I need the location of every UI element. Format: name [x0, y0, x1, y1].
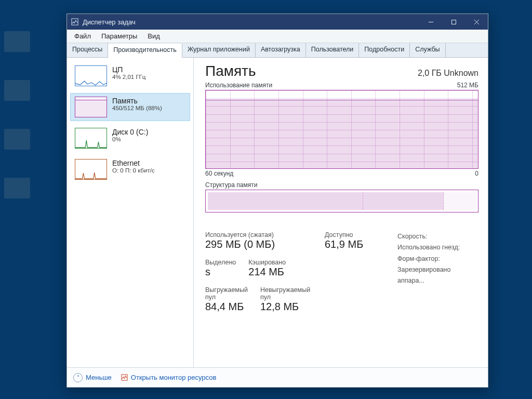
committed-label: Выделено — [205, 259, 236, 266]
stats: Используется (сжатая) 295 МБ (0 МБ) Выде… — [205, 231, 478, 313]
speed-label: Скорость: — [397, 231, 478, 242]
slots-label: Использовано гнезд: — [397, 242, 478, 253]
menu-view[interactable]: Вид — [142, 30, 165, 43]
nonpaged-value: 12,8 МБ — [260, 301, 310, 313]
sidebar-mem-title: Память — [112, 97, 162, 105]
desktop-icons — [4, 31, 46, 201]
cached-value: 214 МБ — [248, 266, 286, 278]
content: ЦП 4% 2,01 ГГц Память 450/512 МБ (88%) — [67, 58, 488, 367]
window-title: Диспетчер задач — [83, 18, 419, 26]
cpu-sparkline-icon — [75, 65, 107, 86]
fewer-details-label: Меньше — [86, 374, 112, 381]
resource-monitor-icon — [121, 374, 128, 381]
sidebar-item-cpu[interactable]: ЦП 4% 2,01 ГГц — [70, 62, 190, 90]
open-resmon-label: Открыть монитор ресурсов — [131, 374, 216, 381]
fewer-details-button[interactable]: ˄ Меньше — [73, 373, 112, 382]
tab-users[interactable]: Пользователи — [306, 43, 360, 57]
sidebar-item-disk[interactable]: Диск 0 (C:) 0% — [70, 124, 190, 152]
ethernet-sparkline-icon — [75, 159, 107, 180]
composition-label: Структура памяти — [205, 181, 478, 189]
maximize-button[interactable] — [442, 14, 465, 30]
menubar: Файл Параметры Вид — [67, 30, 488, 43]
sidebar-net-sub: О: 0 П: 0 кбит/с — [112, 167, 155, 174]
axis-left: 60 секунд — [205, 170, 233, 177]
avail-label: Доступно — [325, 231, 382, 238]
titlebar[interactable]: Диспетчер задач — [67, 14, 488, 30]
nonpaged-label: Невыгружаемый пул — [260, 286, 310, 301]
axis-right: 0 — [475, 170, 478, 177]
tabs: Процессы Производительность Журнал прило… — [67, 43, 488, 58]
memory-sparkline-icon — [75, 97, 107, 117]
sidebar-mem-sub: 450/512 МБ (88%) — [112, 105, 162, 111]
reserved-label: Зарезервировано аппара... — [397, 264, 478, 287]
close-button[interactable] — [465, 14, 488, 30]
tab-startup[interactable]: Автозагрузка — [256, 43, 306, 57]
avail-value: 61,9 МБ — [325, 238, 382, 250]
form-label: Форм-фактор: — [397, 254, 478, 264]
menu-options[interactable]: Параметры — [96, 30, 142, 43]
page-title: Память — [205, 63, 256, 79]
cached-label: Кэшировано — [248, 259, 286, 266]
sidebar-disk-sub: 0% — [112, 136, 148, 142]
sidebar-net-title: Ethernet — [112, 159, 155, 167]
tab-performance[interactable]: Производительность — [108, 44, 182, 58]
main-panel: Память 2,0 ГБ Unknown Использование памя… — [194, 58, 488, 367]
disk-sparkline-icon — [75, 128, 107, 149]
usage-chart-max: 512 МБ — [457, 82, 478, 89]
paged-value: 84,4 МБ — [205, 301, 248, 313]
footer: ˄ Меньше Открыть монитор ресурсов — [67, 367, 488, 387]
memory-composition-chart — [205, 190, 478, 212]
open-resmon-link[interactable]: Открыть монитор ресурсов — [121, 374, 216, 381]
usage-chart-label: Использование памяти — [205, 82, 272, 89]
in-use-value: 295 МБ (0 МБ) — [205, 238, 309, 250]
memory-usage-chart — [205, 90, 478, 169]
sidebar-item-memory[interactable]: Память 450/512 МБ (88%) — [70, 93, 190, 121]
sidebar: ЦП 4% 2,01 ГГц Память 450/512 МБ (88%) — [67, 58, 194, 367]
app-icon — [71, 18, 78, 25]
task-manager-window: Диспетчер задач Файл Параметры Вид Проце… — [66, 14, 488, 388]
tab-details[interactable]: Подробности — [359, 43, 410, 57]
installed-memory: 2,0 ГБ Unknown — [418, 69, 478, 78]
paged-label: Выгружаемый пул — [205, 286, 248, 301]
minimize-button[interactable] — [419, 14, 442, 30]
tab-app-history[interactable]: Журнал приложений — [182, 43, 256, 57]
tab-processes[interactable]: Процессы — [67, 43, 108, 57]
sidebar-cpu-sub: 4% 2,01 ГГц — [112, 74, 145, 80]
sidebar-item-ethernet[interactable]: Ethernet О: 0 П: 0 кбит/с — [70, 155, 190, 183]
tab-services[interactable]: Службы — [410, 43, 445, 57]
chevron-up-icon: ˄ — [73, 373, 83, 382]
in-use-label: Используется (сжатая) — [205, 231, 309, 238]
svg-rect-2 — [451, 20, 456, 24]
menu-file[interactable]: Файл — [69, 30, 96, 43]
sidebar-cpu-title: ЦП — [112, 65, 145, 74]
committed-value: s — [205, 266, 236, 278]
sidebar-disk-title: Диск 0 (C:) — [112, 128, 148, 136]
